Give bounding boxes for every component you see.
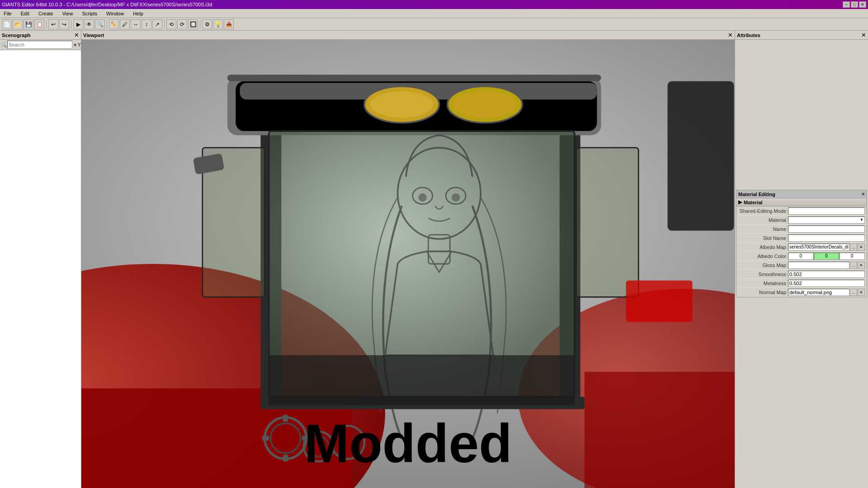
gloss-map-label: Gloss Map [738,263,788,268]
toolbar-paint[interactable]: 🖊 [120,19,130,29]
slot-name-value[interactable] [788,235,865,242]
svg-rect-25 [269,355,575,405]
maximize-button[interactable]: □ [851,1,858,8]
normal-map-browse-button[interactable]: ... [850,289,857,296]
gloss-map-clear-button[interactable]: ✕ [858,262,865,269]
material-section-toggle[interactable]: ▶ Material [736,198,867,206]
toolbar-refresh[interactable]: ⟳ [177,19,187,29]
toolbar-sep-1 [46,20,47,29]
gloss-map-input[interactable] [789,262,848,268]
filter-icon[interactable]: Y [78,41,81,48]
svg-point-12 [370,91,434,118]
albedo-color-g[interactable]: 0 [814,253,840,260]
scenograph-close-button[interactable]: ✕ [74,32,79,38]
menu-file[interactable]: File [2,10,14,17]
toolbar-light[interactable]: 💡 [213,19,223,29]
name-input[interactable] [789,226,863,232]
slot-name-input[interactable] [789,235,863,241]
toolbar-move[interactable]: ↔ [131,19,141,29]
material-editing-close-button[interactable]: ✕ [861,192,865,197]
toolbar: 📄 📂 💾 📋 ↩ ↪ ▶ 👁 🔍 ✏️ 🖊 ↔ ↕ ↗ ⟲ ⟳ 🔲 ⚙ 💡 📤 [0,18,868,31]
menu-window[interactable]: Window [104,10,126,17]
shared-editing-mode-value[interactable] [788,207,865,215]
menu-view[interactable]: View [61,10,75,17]
clear-search-icon[interactable]: ✕ [73,41,77,48]
toolbar-sep-2 [71,20,71,29]
toolbar-play[interactable]: ▶ [73,19,83,29]
svg-rect-24 [576,148,639,297]
albedo-map-row: Albedo Map ... ✕ [736,243,867,252]
toolbar-scale[interactable]: ↗ [152,19,162,29]
name-value[interactable] [788,225,865,233]
menu-scripts[interactable]: Scripts [80,10,99,17]
normal-map-input[interactable] [789,289,848,296]
material-dropdown[interactable]: ▼ [788,216,865,224]
gloss-map-value[interactable] [788,262,849,269]
menu-create[interactable]: Create [37,10,55,17]
attributes-content: Material Editing ✕ ▶ Material Shared-Edi… [735,40,868,488]
toolbar-save-as[interactable]: 📋 [34,19,44,29]
attributes-close-button[interactable]: ✕ [861,32,866,38]
albedo-map-value[interactable] [788,244,849,251]
smoothness-input[interactable] [789,271,863,277]
metalness-input[interactable] [789,280,863,286]
normal-map-row: Normal Map ... ✕ [736,288,867,297]
toolbar-open[interactable]: 📂 [13,19,23,29]
viewport-content[interactable]: Modded [81,40,735,488]
title-bar: GIANTS Editor 64bit 10.0.3 - C:/Users/dj… [0,0,868,9]
material-dropdown-arrow[interactable]: ▼ [860,218,863,222]
toolbar-reset[interactable]: ⟲ [166,19,176,29]
toolbar-export[interactable]: 📤 [224,19,234,29]
material-editing-header: Material Editing ✕ [736,190,867,198]
name-label: Name [738,226,788,232]
toolbar-new[interactable]: 📄 [2,19,12,29]
toolbar-select[interactable]: ✏️ [109,19,119,29]
search-icon: 🔍 [1,42,6,47]
albedo-map-clear-button[interactable]: ✕ [858,244,865,251]
svg-rect-31 [262,436,269,441]
toolbar-save[interactable]: 💾 [24,19,33,29]
menu-edit[interactable]: Edit [19,10,31,17]
toolbar-rotate[interactable]: ↕ [142,19,151,29]
shared-editing-mode-row: Shared-Editing Mode [736,206,867,216]
toolbar-zoom[interactable]: 🔍 [95,19,105,29]
albedo-map-label: Albedo Map [738,244,788,250]
albedo-color-b[interactable]: 0 [839,253,865,260]
svg-point-20 [452,193,460,202]
toolbar-sep-5 [200,20,200,29]
gloss-map-browse-button[interactable]: ... [850,262,857,269]
slot-name-row: Slot Name [736,234,867,243]
viewport-title: Viewport [83,33,104,38]
svg-point-14 [453,91,517,118]
normal-map-label: Normal Map [738,290,788,295]
albedo-color-r[interactable]: 0 [788,253,814,260]
normal-map-value[interactable] [788,289,849,296]
title-bar-buttons: – □ ✕ [843,1,866,8]
minimize-button[interactable]: – [843,1,850,8]
scenograph-search-bar: 🔍 ✕ Y [0,40,81,50]
metalness-value[interactable] [788,280,865,287]
toolbar-redo[interactable]: ↪ [59,19,69,29]
normal-map-clear-button[interactable]: ✕ [858,289,865,296]
name-row: Name [736,225,867,234]
toolbar-undo[interactable]: ↩ [48,19,58,29]
viewport-header: Viewport ✕ [81,31,735,40]
toolbar-grid[interactable]: 🔲 [188,19,198,29]
scenograph-tree[interactable] [0,50,81,488]
toolbar-visibility[interactable]: 👁 [84,19,94,29]
shared-editing-mode-input[interactable] [789,208,863,214]
toolbar-sep-3 [107,20,107,29]
viewport-close-button[interactable]: ✕ [728,32,733,38]
svg-rect-29 [283,415,288,422]
toolbar-settings[interactable]: ⚙ [202,19,212,29]
scenograph-header: Scenograph ✕ [0,31,81,40]
albedo-map-input[interactable] [789,244,848,250]
albedo-color-value: 0 0 0 [788,253,865,260]
albedo-map-browse-button[interactable]: ... [850,244,857,251]
search-input[interactable] [7,41,72,49]
shared-editing-mode-label: Shared-Editing Mode [738,208,788,214]
menu-help[interactable]: Help [131,10,145,17]
material-editing-title: Material Editing [738,192,775,197]
smoothness-value[interactable] [788,271,865,278]
close-window-button[interactable]: ✕ [859,1,866,8]
